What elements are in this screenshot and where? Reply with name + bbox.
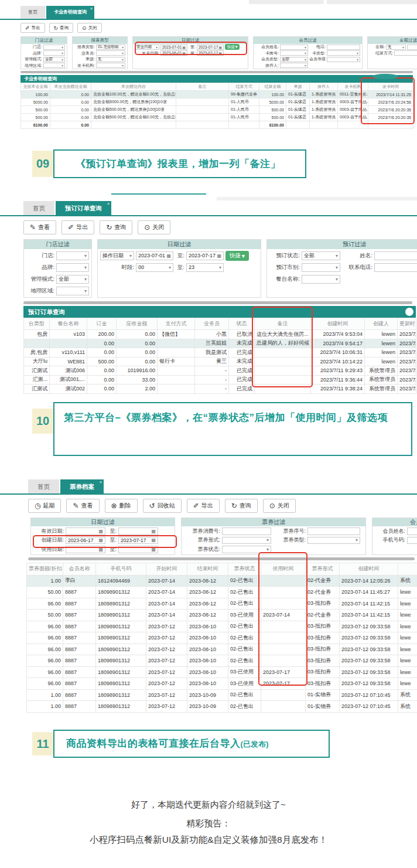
date-from-input[interactable]: 2023-07-01▦: [136, 251, 173, 260]
amount-input[interactable]: [407, 45, 417, 50]
mobile-number-input[interactable]: [407, 537, 417, 544]
column-header[interactable]: 更新时: [398, 318, 416, 330]
booking-shift-select[interactable]: ▾: [302, 263, 340, 272]
tab-booking-order-query[interactable]: 预订订单查询×: [56, 201, 111, 215]
region-select[interactable]: ▾: [43, 63, 65, 68]
query-button[interactable]: ↻查询: [100, 220, 132, 234]
column-header[interactable]: 发卡时间: [368, 83, 413, 91]
column-header[interactable]: 使用时间: [261, 563, 306, 575]
table-row[interactable]: 96.008887180989013122023-07-122023-08-10…: [27, 678, 417, 690]
valid-date-from-input[interactable]: ▦: [66, 527, 105, 535]
table-row[interactable]: 0.000.00兰英姐姐未完成总建局的人，好好伺候2023/7/4 9:54:1…: [24, 339, 416, 348]
ticket-consume-no-input[interactable]: [222, 527, 271, 535]
close-icon[interactable]: ×: [90, 6, 93, 11]
amount-select[interactable]: 无▾: [386, 45, 406, 50]
column-header[interactable]: 票券形式: [306, 563, 340, 575]
export-button[interactable]: ✐导出: [61, 220, 94, 234]
table-row[interactable]: 1.008887180989013122023-07-122023-10-090…: [27, 689, 417, 701]
close-icon[interactable]: ×: [107, 202, 110, 206]
close-button[interactable]: ⊙关闭: [263, 499, 296, 513]
ticket-type-select[interactable]: ▾: [307, 537, 360, 544]
phone-input[interactable]: [327, 45, 360, 50]
table-row[interactable]: 汇测...测试001,...0.0033.00-已完成2023/7/11 9:3…: [24, 375, 416, 384]
name-input[interactable]: [374, 251, 417, 260]
table-row[interactable]: 96.008887180989013122023-07-122023-08-10…: [27, 666, 417, 678]
table-row[interactable]: 96.008887180989013122023-07-122023-08-10…: [27, 621, 417, 632]
table-row[interactable]: 1.00李白181240944692023-07-142023-08-1202-…: [27, 575, 417, 587]
column-header[interactable]: 本次充值赠送金额: [50, 83, 91, 91]
table-row[interactable]: 房,包房v110,v1110.000.00我是测试已完成2023/7/4 10:…: [24, 348, 416, 358]
column-header[interactable]: 会员名称: [63, 563, 96, 575]
ticket-serial-input[interactable]: [307, 527, 360, 535]
booking-status-select[interactable]: 全部▾: [302, 251, 340, 260]
column-header[interactable]: 本次赠送内容: [91, 83, 176, 91]
column-header[interactable]: 创建人: [365, 318, 398, 330]
column-header[interactable]: 来源: [286, 83, 310, 91]
manage-mode-select[interactable]: 全部▾: [56, 275, 89, 284]
quick-date-button[interactable]: 快捷▾: [225, 44, 240, 50]
store-select[interactable]: ▾: [56, 251, 89, 260]
close-button[interactable]: ⊙关闭: [77, 23, 102, 33]
query-button[interactable]: ↻查询: [225, 499, 258, 513]
tab-card-detail-query[interactable]: 卡业务明细查询×: [46, 6, 94, 19]
view-button[interactable]: ✎查看: [66, 499, 99, 513]
horizontal-scrollbar[interactable]: [23, 301, 412, 304]
hour-to-select[interactable]: 23▾: [186, 263, 224, 272]
tab-home[interactable]: 首页: [20, 6, 45, 19]
table-row[interactable]: 包房v103200.000.00【微信】小黑已取消这位大大滴先生很厉...202…: [24, 330, 416, 339]
postpone-button[interactable]: ◷延期: [28, 499, 61, 513]
card-number-select[interactable]: ▾: [280, 50, 308, 56]
column-header[interactable]: 充值本金金额: [21, 83, 50, 91]
ticket-form-select[interactable]: ▾: [222, 537, 271, 544]
contact-phone-input[interactable]: [374, 263, 417, 272]
date-to-input[interactable]: 2023-07-17▦: [186, 251, 224, 260]
operator-select[interactable]: ▾: [280, 63, 308, 68]
column-header[interactable]: 应收金额: [117, 318, 158, 330]
close-button[interactable]: ⊙关闭: [138, 220, 170, 234]
horizontal-scrollbar[interactable]: [20, 71, 413, 73]
column-header[interactable]: 台类型: [24, 318, 50, 330]
export-button[interactable]: ✐导出: [187, 499, 220, 513]
date-type-select[interactable]: 营业日期▾: [135, 45, 159, 50]
table-row[interactable]: 汇测试测试0060.001019916.00-已完成2023/7/11 9:29…: [24, 366, 416, 376]
column-header[interactable]: 操作人: [310, 83, 338, 91]
tab-home[interactable]: 首页: [23, 201, 54, 215]
report-type-select[interactable]: 01-充值明细▾: [96, 45, 125, 50]
table-row[interactable]: 大厅luWE881500.000.00银行卡黄三未完成2023/7/4 10:1…: [24, 357, 416, 366]
card-type-select[interactable]: ▾: [327, 50, 360, 56]
table-row[interactable]: 50.008887180989013122023-07-142023-08-12…: [27, 587, 417, 598]
create-date-from-input[interactable]: 2023-06-17▦: [66, 537, 105, 544]
column-header[interactable]: 状态: [229, 318, 255, 330]
ticket-status-select[interactable]: ▾: [222, 546, 271, 553]
export-button[interactable]: ✐导出: [20, 23, 45, 33]
member-type-select[interactable]: 全部▾: [280, 57, 308, 62]
brand-select[interactable]: ▾: [56, 263, 89, 272]
column-header[interactable]: 创建时间: [311, 318, 365, 330]
table-row[interactable]: 1.008887180989013122023-07-122023-10-090…: [27, 701, 417, 713]
column-header[interactable]: 开始时间: [146, 563, 187, 575]
hour-from-select[interactable]: 00▾: [136, 263, 173, 272]
query-button[interactable]: ↻查询: [49, 23, 74, 33]
column-header[interactable]: 创建时间: [340, 563, 398, 575]
region-select[interactable]: ▾: [56, 287, 89, 295]
table-row[interactable]: 500.000.00充值金额500.00元，赠送金额0.00元，充值总额50..…: [21, 114, 413, 121]
use-date-to-input[interactable]: ▦: [118, 546, 158, 553]
column-header[interactable]: 手机号码: [96, 563, 146, 575]
column-header[interactable]: 结束时间: [187, 563, 228, 575]
column-header[interactable]: 支付方式: [158, 318, 195, 330]
table-row[interactable]: 100.000.00充值金额100.00元，赠送金额0.00元，充值总额10..…: [21, 91, 413, 98]
table-row[interactable]: 500.000.00充值金额500.00元，赠送票券[100]10张01-人民币…: [21, 106, 413, 114]
recycle-bin-button[interactable]: ↺回收站: [143, 499, 182, 513]
column-header[interactable]: 结算金额: [259, 83, 286, 91]
member-level-select[interactable]: ▾: [327, 57, 360, 62]
create-date-to-input[interactable]: 2023-07-17▦: [118, 537, 158, 544]
settle-method-input[interactable]: [394, 50, 417, 56]
column-header[interactable]: 业务员: [195, 318, 229, 330]
table-row[interactable]: 96.008887180989013122023-07-122023-08-10…: [27, 655, 417, 667]
close-icon[interactable]: ×: [100, 480, 102, 484]
column-header[interactable]: [398, 563, 417, 575]
column-header[interactable]: 备注: [176, 83, 229, 91]
date-to-input[interactable]: 2023-07-17▦: [197, 45, 224, 50]
issue-date-from-input[interactable]: 2023-06-01▦: [160, 50, 187, 56]
member-name-input[interactable]: [407, 527, 417, 535]
